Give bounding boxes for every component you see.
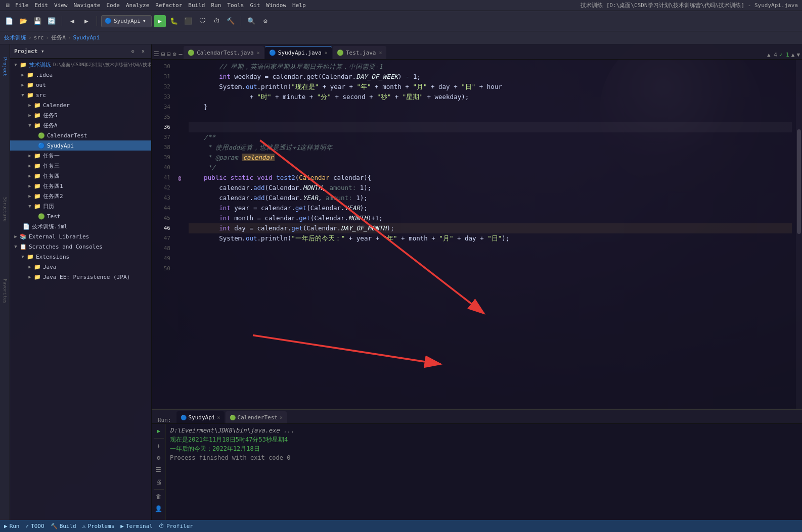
menu-analyze[interactable]: Analyze xyxy=(126,2,149,9)
menu-code[interactable]: Code xyxy=(106,2,120,9)
bottom-profiler-btn[interactable]: ⏱ Profiler xyxy=(159,523,193,529)
tab-action-btn-1[interactable]: ☰ xyxy=(154,51,159,58)
menu-refactor[interactable]: Refactor xyxy=(155,2,182,9)
coverage-btn[interactable]: 🛡 xyxy=(196,15,208,27)
panel-settings-icon[interactable]: ⚙ xyxy=(129,47,137,56)
tree-item-task5[interactable]: ▶ 📁 任务5 xyxy=(10,110,151,120)
tree-item-task41[interactable]: ▶ 📁 任务四1 xyxy=(10,181,151,191)
tree-item-scratches[interactable]: ▼ 📋 Scratches and Consoles xyxy=(10,241,151,252)
tab-minimize-icon[interactable]: − xyxy=(179,50,183,58)
problems-icon: ⚠ xyxy=(82,523,86,529)
arrow-idea: ▶ xyxy=(19,71,26,78)
toolbar-forward-btn[interactable]: ▶ xyxy=(80,15,93,27)
scroll-down-icon[interactable]: ▼ xyxy=(796,52,800,58)
run-button[interactable]: ▶ xyxy=(154,15,166,27)
side-tab-favorites[interactable]: Favorites xyxy=(1,271,10,311)
scroll-up-icon[interactable]: ▲ xyxy=(791,52,795,58)
tree-item-task3[interactable]: ▶ 📁 任务三 xyxy=(10,161,151,171)
breadcrumb-item-2[interactable]: src xyxy=(34,34,44,41)
side-tab-project[interactable]: Project xyxy=(1,46,10,87)
menu-bar[interactable]: File Edit View Navigate Code Analyze Ref… xyxy=(15,2,306,9)
build-btn[interactable]: 🔨 xyxy=(225,15,237,27)
tree-item-javaee[interactable]: ▶ 📁 Java EE: Persistence (JPA) xyxy=(10,272,151,282)
menu-run[interactable]: Run xyxy=(211,2,221,9)
stop-button[interactable]: ⬛ xyxy=(182,15,194,27)
tree-item-taskA[interactable]: ▼ 📁 任务A xyxy=(10,120,151,130)
tree-item-task4[interactable]: ▶ 📁 任务四 xyxy=(10,171,151,181)
tab-calendartest[interactable]: 🟢 CalendarTest.java × xyxy=(184,46,264,59)
run-config-dropdown[interactable]: 🔵 SyudyApi ▾ xyxy=(101,15,152,27)
panel-close-icon[interactable]: × xyxy=(139,47,147,56)
tab-syudyapi[interactable]: 🔵 SyudyApi.java × xyxy=(265,46,332,59)
bottom-todo-btn[interactable]: ✓ TODO xyxy=(26,523,44,529)
gutter-44 xyxy=(174,203,185,213)
run-tab-calendertest-close[interactable]: × xyxy=(280,415,283,420)
tree-item-task1[interactable]: ▶ 📁 任务一 xyxy=(10,151,151,161)
run-tab-calendertest[interactable]: 🟢 CalenderTest × xyxy=(226,411,287,423)
debug-button[interactable]: 🐛 xyxy=(168,15,180,27)
toolbar-save-btn[interactable]: 💾 xyxy=(31,15,43,27)
run-scroll-btn[interactable]: ↓ xyxy=(154,441,164,451)
tree-item-syudyapi[interactable]: 🔵 SyudyApi xyxy=(10,140,151,151)
breadcrumb-item-4[interactable]: SyudyApi xyxy=(73,34,100,41)
menu-help[interactable]: Help xyxy=(292,2,306,9)
run-tab-syudyapi[interactable]: 🔵 SyudyApi × xyxy=(176,411,225,423)
tab-test-close[interactable]: × xyxy=(379,50,382,56)
menu-edit[interactable]: Edit xyxy=(35,2,49,9)
tree-item-src[interactable]: ▼ 📁 src xyxy=(10,90,151,100)
menu-view[interactable]: View xyxy=(54,2,68,9)
profile-btn[interactable]: ⏱ xyxy=(210,15,222,27)
run-filter-btn[interactable]: ☰ xyxy=(154,465,164,475)
tree-item-caltest[interactable]: 🟢 CalendarTest xyxy=(10,130,151,140)
project-tree: ▼ 📁 技术训练 D:\桌面\CSDN学习计划\技术训练营\代码\技术训练 ▶ … xyxy=(10,59,151,520)
code-editor[interactable]: 30 31 32 33 34 35 36 37 38 39 40 41 42 4… xyxy=(152,60,802,409)
profiler-icon: ⏱ xyxy=(159,523,164,529)
editor-scrollbar[interactable] xyxy=(796,60,802,409)
tree-item-task42[interactable]: ▶ 📁 任务四2 xyxy=(10,191,151,201)
side-tab-structure[interactable]: Structure xyxy=(1,189,10,229)
tree-item-extensions[interactable]: ▼ 📁 Extensions xyxy=(10,252,151,262)
search-btn[interactable]: 🔍 xyxy=(245,15,257,27)
tree-item-java[interactable]: ▶ 📁 Java xyxy=(10,262,151,272)
breadcrumb-item-1[interactable]: 技术训练 xyxy=(4,34,26,41)
tree-item-root[interactable]: ▼ 📁 技术训练 D:\桌面\CSDN学习计划\技术训练营\代码\技术训练 xyxy=(10,60,151,70)
breadcrumb-item-3[interactable]: 任务A xyxy=(51,34,66,41)
run-restart-btn[interactable]: ▶ xyxy=(154,426,164,436)
tree-item-out[interactable]: ▶ 📁 out xyxy=(10,80,151,90)
code-content[interactable]: // 星期，英语国家星期从星期日开始计算，中国需要-1 int weekday … xyxy=(185,60,796,409)
toolbar-new-btn[interactable]: 📄 xyxy=(3,15,15,27)
tab-test[interactable]: 🟢 Test.java × xyxy=(333,46,386,59)
menu-git[interactable]: Git xyxy=(250,2,260,9)
bottom-run-btn[interactable]: ▶ Run xyxy=(4,523,20,529)
run-settings-btn[interactable]: ⚙ xyxy=(154,453,164,463)
bottom-problems-btn[interactable]: ⚠ Problems xyxy=(82,523,115,529)
menu-window[interactable]: Window xyxy=(266,2,286,9)
label-syudyapi: SyudyApi xyxy=(47,142,74,149)
tab-settings-icon[interactable]: ⚙ xyxy=(172,51,176,58)
run-person-btn[interactable]: 👤 xyxy=(154,504,164,514)
tree-item-calendar[interactable]: ▼ 📁 日历 xyxy=(10,201,151,211)
settings-btn[interactable]: ⚙ xyxy=(259,15,272,27)
menu-build[interactable]: Build xyxy=(188,2,205,9)
run-clear-btn[interactable]: 🗑 xyxy=(154,492,164,502)
menu-tools[interactable]: Tools xyxy=(227,2,244,9)
tab-action-btn-2[interactable]: ⊞ xyxy=(161,51,165,58)
run-tab-syudyapi-close[interactable]: × xyxy=(217,415,220,420)
toolbar-back-btn[interactable]: ◀ xyxy=(66,15,78,27)
bottom-build-btn[interactable]: 🔨 Build xyxy=(51,523,76,529)
tree-item-idea[interactable]: ▶ 📁 .idea xyxy=(10,70,151,80)
run-print-btn[interactable]: 🖨 xyxy=(154,477,164,487)
run-tab-calendertest-label: CalenderTest xyxy=(238,414,278,421)
toolbar-refresh-btn[interactable]: 🔄 xyxy=(46,15,58,27)
tab-syudyapi-close[interactable]: × xyxy=(325,50,328,56)
tree-item-iml[interactable]: 📄 技术训练.iml xyxy=(10,221,151,231)
bottom-terminal-btn[interactable]: ▶ Terminal xyxy=(120,523,153,529)
menu-navigate[interactable]: Navigate xyxy=(74,2,101,9)
tab-calendartest-close[interactable]: × xyxy=(257,50,260,56)
tab-action-btn-3[interactable]: ⊟ xyxy=(167,51,170,58)
tree-item-test[interactable]: 🟢 Test xyxy=(10,211,151,221)
menu-file[interactable]: File xyxy=(15,2,29,9)
toolbar-open-btn[interactable]: 📂 xyxy=(17,15,29,27)
tree-item-calender[interactable]: ▶ 📁 Calender xyxy=(10,100,151,110)
tree-item-extlib[interactable]: ▶ 📚 External Libraries xyxy=(10,231,151,241)
